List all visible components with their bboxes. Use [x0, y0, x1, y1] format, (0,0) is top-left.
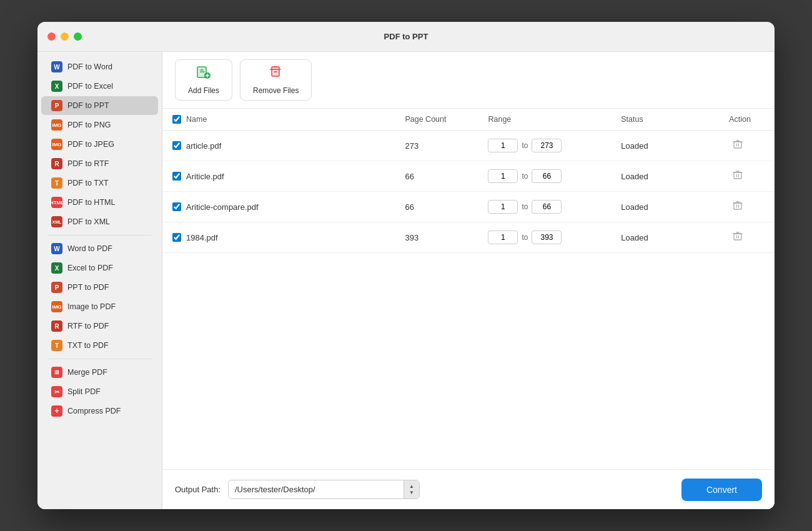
table-row: 1984.pdf 393 to Loaded: [162, 222, 775, 253]
sidebar-label-pdf-to-png: PDF to PNG: [67, 121, 111, 129]
image-to-pdf-icon: IMG: [51, 301, 62, 312]
cell-action-2: [719, 192, 775, 222]
main-panel: Add Files Remove Files: [162, 52, 775, 509]
sidebar-item-pdf-to-ppt[interactable]: P PDF to PPT: [41, 96, 158, 115]
range-from-input-3[interactable]: [488, 231, 518, 244]
compress-pdf-icon: +: [51, 405, 62, 417]
table-row: Ariticle.pdf 66 to Loaded: [162, 161, 775, 192]
sidebar-label-pdf-to-html: PDF to HTML: [67, 198, 115, 207]
sidebar-item-split-pdf[interactable]: ✂ Split PDF: [41, 382, 158, 401]
range-to-input-2[interactable]: [532, 200, 562, 214]
sidebar-item-pdf-to-xml[interactable]: XML PDF to XML: [41, 212, 158, 231]
range-to-input-0[interactable]: [532, 139, 562, 152]
sidebar-item-pdf-to-excel[interactable]: X PDF to Excel: [41, 77, 158, 96]
sidebar-item-pdf-to-txt[interactable]: T PDF to TXT: [41, 174, 158, 192]
cell-status-1: Loaded: [611, 161, 719, 192]
sidebar-item-pdf-to-word[interactable]: W PDF to Word: [41, 57, 158, 76]
excel-icon: X: [51, 81, 62, 92]
range-from-input-1[interactable]: [488, 169, 518, 183]
path-select-wrapper: ▲ ▼: [228, 480, 420, 499]
sidebar-divider-1: [47, 235, 152, 236]
table-header-row: Name Page Count Range Status Action: [162, 109, 775, 131]
range-from-input-2[interactable]: [488, 200, 518, 214]
range-from-input-0[interactable]: [488, 139, 518, 152]
word-icon: W: [51, 61, 62, 72]
sidebar-item-pdf-to-rtf[interactable]: R PDF to RTF: [41, 154, 158, 173]
range-to-input-3[interactable]: [532, 231, 562, 244]
toolbar: Add Files Remove Files: [162, 52, 775, 109]
file-name-1: Ariticle.pdf: [186, 172, 224, 181]
delete-button-2[interactable]: [729, 199, 746, 214]
sidebar-label-merge-pdf: Merge PDF: [67, 368, 107, 377]
range-to-input-1[interactable]: [532, 169, 562, 183]
remove-files-label: Remove Files: [253, 86, 299, 95]
cell-pagecount-3: 393: [395, 222, 478, 253]
header-name: Name: [162, 109, 395, 131]
row-checkbox-0[interactable]: [172, 141, 181, 150]
maximize-button[interactable]: [74, 32, 82, 41]
header-page-count: Page Count: [395, 109, 478, 131]
minimize-button[interactable]: [61, 32, 69, 41]
delete-button-1[interactable]: [729, 169, 746, 184]
sidebar-item-excel-to-pdf[interactable]: X Excel to PDF: [41, 259, 158, 277]
sidebar-label-pdf-to-word: PDF to Word: [67, 62, 112, 71]
sidebar-label-compress-pdf: Compress PDF: [67, 407, 121, 415]
sidebar-item-pdf-to-png[interactable]: IMG PDF to PNG: [41, 116, 158, 134]
sidebar-divider-2: [47, 359, 152, 359]
sidebar-item-merge-pdf[interactable]: ⊞ Merge PDF: [41, 363, 158, 382]
cell-name-1: Ariticle.pdf: [162, 161, 395, 192]
sidebar-item-compress-pdf[interactable]: + Compress PDF: [41, 402, 158, 420]
content-area: W PDF to Word X PDF to Excel P PDF to PP…: [37, 52, 775, 509]
sidebar-label-pdf-to-jpeg: PDF to JPEG: [67, 140, 114, 149]
cell-range-0: to: [478, 131, 611, 161]
table-row: article.pdf 273 to Loaded: [162, 131, 775, 161]
remove-files-button[interactable]: Remove Files: [240, 59, 312, 101]
cell-action-0: [719, 131, 775, 161]
split-pdf-icon: ✂: [51, 386, 62, 397]
txt-icon: T: [51, 177, 62, 189]
header-action: Action: [719, 109, 775, 131]
cell-pagecount-1: 66: [395, 161, 478, 192]
sidebar-label-rtf-to-pdf: RTF to PDF: [67, 322, 109, 330]
sidebar-item-pdf-to-html[interactable]: HTML PDF to HTML: [41, 193, 158, 212]
select-all-checkbox[interactable]: [172, 115, 181, 124]
sidebar-label-pdf-to-excel: PDF to Excel: [67, 82, 113, 91]
txt-to-pdf-icon: T: [51, 340, 62, 351]
sidebar-item-ppt-to-pdf[interactable]: P PPT to PDF: [41, 278, 158, 297]
cell-range-1: to: [478, 161, 611, 192]
sidebar-item-pdf-to-jpeg[interactable]: IMG PDF to JPEG: [41, 135, 158, 154]
app-window: PDF to PPT W PDF to Word X PDF to Excel …: [37, 22, 775, 509]
sidebar-item-image-to-pdf[interactable]: IMG Image to PDF: [41, 297, 158, 316]
range-to-label-1: to: [522, 172, 528, 181]
sidebar-item-word-to-pdf[interactable]: W Word to PDF: [41, 239, 158, 258]
sidebar-label-pdf-to-xml: PDF to XML: [67, 217, 110, 226]
close-button[interactable]: [47, 32, 56, 41]
footer: Output Path: ▲ ▼ Convert: [162, 469, 775, 509]
ppt-to-pdf-icon: P: [51, 282, 62, 293]
output-path-input[interactable]: [229, 482, 404, 497]
cell-status-2: Loaded: [611, 192, 719, 222]
delete-button-3[interactable]: [729, 230, 746, 245]
sidebar-label-excel-to-pdf: Excel to PDF: [67, 264, 113, 272]
titlebar: PDF to PPT: [37, 22, 775, 52]
file-table-body: article.pdf 273 to Loaded: [162, 131, 775, 253]
convert-button[interactable]: Convert: [681, 479, 762, 501]
row-checkbox-1[interactable]: [172, 172, 181, 181]
add-files-label: Add Files: [188, 86, 219, 95]
header-range: Range: [478, 109, 611, 131]
remove-files-icon: [269, 65, 284, 84]
jpeg-icon: IMG: [51, 139, 62, 150]
ppt-icon: P: [51, 100, 62, 111]
file-name-0: article.pdf: [186, 141, 221, 151]
cell-range-2: to: [478, 192, 611, 222]
row-checkbox-3[interactable]: [172, 233, 181, 242]
sidebar-item-txt-to-pdf[interactable]: T TXT to PDF: [41, 336, 158, 355]
html-icon: HTML: [51, 197, 62, 208]
row-checkbox-2[interactable]: [172, 202, 181, 211]
add-files-button[interactable]: Add Files: [175, 59, 232, 101]
svg-rect-27: [734, 234, 741, 240]
cell-pagecount-2: 66: [395, 192, 478, 222]
delete-button-0[interactable]: [729, 138, 746, 153]
sidebar-item-rtf-to-pdf[interactable]: R RTF to PDF: [41, 317, 158, 335]
path-stepper[interactable]: ▲ ▼: [404, 480, 419, 499]
